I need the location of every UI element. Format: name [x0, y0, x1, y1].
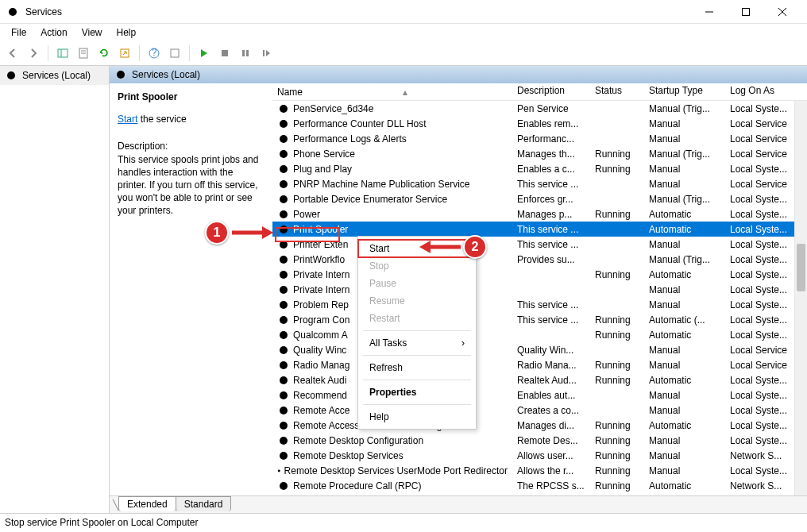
gear-icon	[277, 359, 290, 372]
view-tabs: ╲ Extended Standard	[110, 495, 807, 513]
gear-icon	[114, 68, 127, 81]
pause-service-button[interactable]	[236, 44, 255, 63]
menu-item-help[interactable]: Help	[358, 408, 476, 426]
service-row[interactable]: RecommendEnables aut...ManualLocal Syste…	[272, 387, 807, 403]
menu-item-label: Refresh	[369, 362, 403, 373]
annotation-arrow-1	[232, 225, 275, 241]
service-row[interactable]: Performance Logs & AlertsPerformanc...Ma…	[272, 131, 807, 146]
close-button[interactable]	[764, 0, 801, 24]
menu-help[interactable]: Help	[110, 25, 143, 40]
start-service-button[interactable]	[195, 44, 214, 63]
service-startup: Automatic	[644, 418, 725, 433]
service-status: Running	[590, 418, 644, 433]
service-logon: Local Syste...	[725, 418, 800, 433]
service-status: Running	[590, 147, 644, 161]
service-row[interactable]: Problem RepThis service ...ManualLocal S…	[272, 297, 807, 312]
service-row[interactable]: PNRP Machine Name Publication ServiceThi…	[272, 176, 807, 191]
menu-item-label: Pause	[369, 278, 396, 289]
tab-standard[interactable]: Standard	[176, 496, 232, 511]
selected-service-name: Print Spooler	[118, 91, 264, 102]
restart-service-button[interactable]	[257, 44, 276, 63]
service-startup: Manual	[644, 162, 725, 176]
column-status[interactable]: Status	[590, 83, 644, 100]
app-icon	[6, 6, 19, 18]
service-row[interactable]: Remote AcceCreates a co...ManualLocal Sy…	[272, 403, 807, 418]
service-row[interactable]: Qualcomm ARunningAutomaticLocal Syste...	[272, 327, 807, 342]
column-name[interactable]: Name▴	[272, 83, 512, 100]
svg-text:?: ?	[152, 48, 157, 58]
service-name: Performance Logs & Alerts	[293, 133, 407, 145]
service-row[interactable]: Plug and PlayEnables a c...RunningManual…	[272, 161, 807, 176]
start-suffix: the service	[137, 114, 186, 125]
service-name: Phone Service	[293, 148, 355, 160]
service-row[interactable]: Radio ManagRadio Mana...RunningManualLoc…	[272, 357, 807, 372]
service-logon: Local Syste...	[725, 464, 800, 478]
minimize-button[interactable]	[691, 0, 728, 24]
refresh-button[interactable]	[95, 44, 114, 63]
service-row[interactable]: Phone ServiceManages th...RunningManual …	[272, 146, 807, 161]
service-row[interactable]: PenService_6d34ePen ServiceManual (Trig.…	[272, 101, 807, 116]
scrollbar-thumb[interactable]	[797, 244, 805, 291]
help-button[interactable]: ?	[145, 44, 164, 63]
service-status	[590, 122, 644, 125]
back-button[interactable]	[3, 44, 22, 63]
service-row[interactable]: Remote Access Connection ManagerManages …	[272, 418, 807, 433]
service-name: Private Intern	[293, 284, 349, 295]
service-description: This service ...	[512, 177, 590, 191]
forward-button[interactable]	[24, 44, 43, 63]
svg-rect-18	[263, 50, 264, 56]
service-description: Enables a c...	[512, 162, 590, 176]
gear-icon	[277, 268, 290, 281]
column-startup[interactable]: Startup Type	[644, 83, 725, 100]
start-link[interactable]: Start	[118, 114, 137, 125]
menu-item-refresh[interactable]: Refresh	[358, 359, 476, 376]
maximize-button[interactable]	[728, 0, 764, 24]
service-row[interactable]: Portable Device Enumerator ServiceEnforc…	[272, 191, 807, 206]
tree-item-services-local[interactable]: Services (Local)	[0, 66, 109, 85]
menu-action[interactable]: Action	[34, 25, 73, 40]
service-startup: Automatic	[644, 328, 725, 342]
menu-file[interactable]: File	[5, 25, 33, 40]
menu-item-properties[interactable]: Properties	[358, 384, 476, 401]
column-description[interactable]: Description	[512, 83, 590, 100]
service-row[interactable]: Remote Desktop Services UserMode Port Re…	[272, 463, 807, 478]
service-row[interactable]: Private InternManualLocal Syste...	[272, 282, 807, 297]
column-logon[interactable]: Log On As	[725, 83, 800, 100]
service-row[interactable]: Remote Procedure Call (RPC)The RPCSS s..…	[272, 478, 807, 493]
service-row[interactable]: PrintWorkfloProvides su...Manual (Trig..…	[272, 252, 807, 267]
show-hide-button[interactable]	[53, 44, 72, 63]
service-row[interactable]: Remote Desktop ConfigurationRemote Des..…	[272, 433, 807, 448]
gear-icon	[277, 133, 290, 145]
service-startup: Manual	[644, 343, 725, 357]
service-row[interactable]: Remote Desktop ServicesAllows user...Run…	[272, 448, 807, 463]
service-row[interactable]: Printer ExtenThis service ...ManualLocal…	[272, 237, 807, 252]
service-startup: Manual	[644, 132, 725, 146]
gear-icon	[277, 480, 290, 492]
service-description: Allows user...	[512, 449, 590, 463]
service-name: PenService_6d34e	[293, 103, 373, 114]
properties-button[interactable]	[74, 44, 93, 63]
stop-service-button[interactable]	[215, 44, 234, 63]
service-status	[590, 183, 644, 186]
service-description: Provides su...	[512, 253, 590, 267]
service-logon: Local Syste...	[725, 388, 800, 403]
service-row[interactable]: Realtek AudiRealtek Aud...RunningAutomat…	[272, 372, 807, 387]
menu-item-all-tasks[interactable]: All Tasks›	[358, 334, 476, 352]
service-row[interactable]: Private InternRunningAutomaticLocal Syst…	[272, 267, 807, 282]
service-status	[590, 198, 644, 201]
scrollbar[interactable]	[794, 101, 807, 495]
service-logon: Local Syste...	[725, 162, 800, 176]
gear-icon	[277, 449, 290, 462]
service-row[interactable]: Print SpoolerThis service ...AutomaticLo…	[272, 222, 807, 237]
service-status: Running	[590, 479, 644, 493]
tab-extended[interactable]: Extended	[118, 496, 176, 511]
menu-view[interactable]: View	[75, 25, 109, 40]
service-row[interactable]: Quality WincQuality Win...ManualLocal Se…	[272, 342, 807, 357]
action-button[interactable]	[165, 44, 184, 63]
service-row[interactable]: Performance Counter DLL HostEnables rem.…	[272, 116, 807, 131]
annotation-arrow-2	[415, 239, 461, 255]
service-row[interactable]: Program ConThis service ...RunningAutoma…	[272, 312, 807, 327]
toolbar-separator	[189, 45, 190, 61]
export-button[interactable]	[115, 44, 134, 63]
service-row[interactable]: PowerManages p...RunningAutomaticLocal S…	[272, 206, 807, 222]
